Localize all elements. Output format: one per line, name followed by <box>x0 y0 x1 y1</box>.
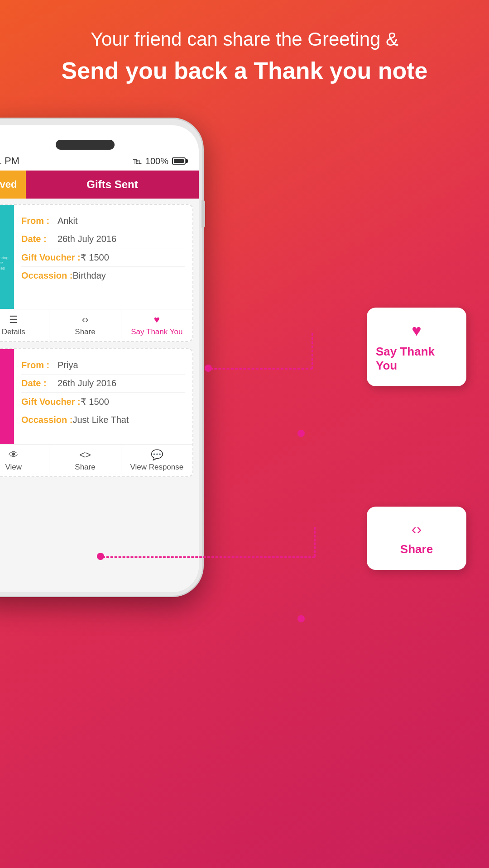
action-bar-1: ☰ Details ‹› Share ♥ Say Thank You <box>0 309 192 341</box>
response-icon: 💬 <box>151 449 163 461</box>
dashed-line-horizontal-2 <box>102 556 315 558</box>
detail-voucher-1: Gift Voucher : ₹ 1500 <box>21 248 185 267</box>
dashed-line-vertical-1 <box>312 333 313 369</box>
gift-image-2: + ○ + <box>0 349 14 444</box>
status-time: 4:21 PM <box>0 155 19 167</box>
share-icon-1: ‹› <box>82 314 89 326</box>
gift-card-1-details: From : Ankit Date : 26th July 2016 Gift … <box>14 205 192 309</box>
phone-mockup: 4:21 PM ℡ 100% eceived <box>0 118 217 660</box>
header-subtitle: Your friend can share the Greeting & <box>27 27 462 52</box>
share-icon-2: <> <box>79 449 91 461</box>
detail-from-1: From : Ankit <box>21 212 185 230</box>
say-thank-you-popup[interactable]: ♥ Say Thank You <box>367 308 466 386</box>
view-button[interactable]: 👁 View <box>0 445 49 476</box>
header-title: Send you back a Thank you note <box>27 56 462 86</box>
detail-date-1: Date : 26th July 2016 <box>21 230 185 248</box>
phone-speaker <box>56 140 115 150</box>
battery-percent: 100% <box>145 156 168 166</box>
battery-icon <box>172 157 188 165</box>
phone-power-button <box>201 200 205 228</box>
gift-card-1-body: 🏷 our endearingcreativeresources y From … <box>0 205 192 309</box>
details-icon: ☰ <box>9 314 18 326</box>
popup-say-thank-label: Say Thank You <box>376 345 457 373</box>
tab-gifts-sent[interactable]: Gifts Sent <box>26 171 199 199</box>
phone-content: 🏷 our endearingcreativeresources y From … <box>0 199 199 592</box>
tabs-container: eceived Gifts Sent <box>0 171 199 199</box>
share-button-2[interactable]: <> Share <box>49 445 121 476</box>
share-button-1[interactable]: ‹› Share <box>49 309 121 341</box>
bluetooth-icon: ℡ <box>133 156 142 166</box>
detail-date-2: Date : 26th July 2016 <box>21 375 185 393</box>
view-response-button[interactable]: 💬 View Response <box>121 445 192 476</box>
action-bar-2: 👁 View <> Share 💬 View Response <box>0 444 192 476</box>
gift-card-2: + ○ + From : Priya Date : <box>0 348 193 477</box>
connector-dot-popup-1 <box>297 430 305 437</box>
detail-occasion-2: Occassion : Just Like That <box>21 411 185 429</box>
img-decoration-1: 🏷 our endearingcreativeresources <box>0 242 9 271</box>
view-icon: 👁 <box>9 449 19 461</box>
details-button[interactable]: ☰ Details <box>0 309 49 341</box>
gift-image-1: 🏷 our endearingcreativeresources y <box>0 205 14 309</box>
header-section: Your friend can share the Greeting & Sen… <box>27 27 462 86</box>
share-popup[interactable]: ‹› Share <box>367 507 466 570</box>
connector-dot-popup-2 <box>297 615 305 622</box>
popup-share-label: Share <box>400 542 433 556</box>
popup-share-icon: ‹› <box>412 520 422 538</box>
say-thank-you-button[interactable]: ♥ Say Thank You <box>121 309 192 341</box>
status-bar: 4:21 PM ℡ 100% <box>0 149 199 171</box>
detail-voucher-2: Gift Voucher : ₹ 1500 <box>21 393 185 411</box>
phone-outer: 4:21 PM ℡ 100% eceived <box>0 118 204 597</box>
popup-heart-icon: ♥ <box>412 321 421 340</box>
detail-occasion-1: Occassion : Birthday <box>21 267 185 285</box>
dashed-line-vertical-2 <box>314 527 316 557</box>
dashed-line-horizontal-1 <box>210 368 312 370</box>
phone-screen: 4:21 PM ℡ 100% eceived <box>0 125 199 592</box>
detail-from-2: From : Priya <box>21 356 185 375</box>
gift-card-2-body: + ○ + From : Priya Date : <box>0 349 192 444</box>
tab-received[interactable]: eceived <box>0 171 26 199</box>
gift-card-1: 🏷 our endearingcreativeresources y From … <box>0 204 193 342</box>
status-right: ℡ 100% <box>133 156 188 166</box>
gift-card-2-details: From : Priya Date : 26th July 2016 Gift … <box>14 349 192 444</box>
heart-icon: ♥ <box>154 314 160 326</box>
